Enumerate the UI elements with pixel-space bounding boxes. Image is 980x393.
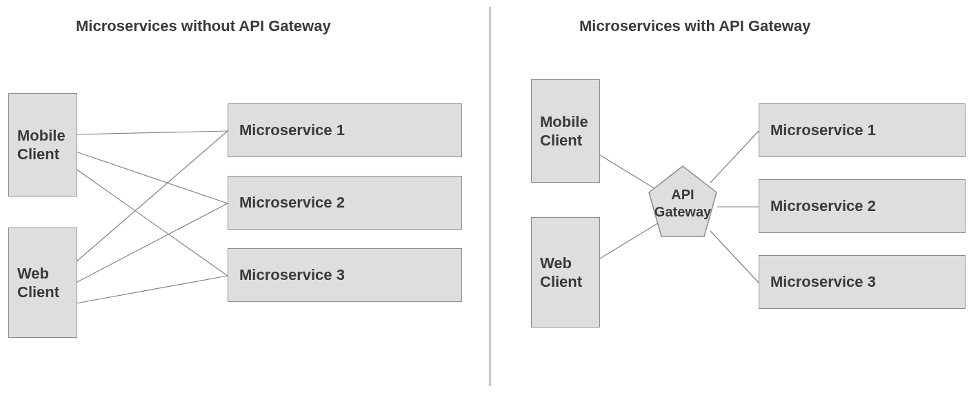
microservice-1-label-right: Microservice 1 bbox=[770, 121, 876, 139]
web-client-box-left: WebClient bbox=[8, 228, 77, 338]
right-title: Microservices with API Gateway bbox=[579, 17, 810, 35]
api-gateway-node: API Gateway bbox=[645, 162, 721, 245]
microservice-1-label-left: Microservice 1 bbox=[239, 121, 345, 139]
mobile-client-box-right: MobileClient bbox=[531, 79, 600, 183]
left-title: Microservices without API Gateway bbox=[76, 17, 331, 35]
mobile-client-label-right: MobileClient bbox=[540, 112, 588, 150]
diagram-stage: Microservices without API Gateway Mobile… bbox=[0, 0, 980, 393]
microservice-3-box-right: Microservice 3 bbox=[759, 255, 966, 309]
svg-line-3 bbox=[76, 169, 228, 276]
mobile-client-label-left: MobileClient bbox=[17, 126, 66, 164]
api-gateway-text-line1: API bbox=[654, 186, 711, 203]
web-client-label-right: WebClient bbox=[540, 254, 582, 292]
microservice-2-box-left: Microservice 2 bbox=[228, 176, 462, 230]
microservice-2-label-right: Microservice 2 bbox=[770, 197, 876, 215]
microservice-2-box-right: Microservice 2 bbox=[759, 179, 966, 233]
web-client-box-right: WebClient bbox=[531, 217, 600, 328]
microservice-3-label-left: Microservice 3 bbox=[239, 266, 345, 284]
svg-line-2 bbox=[76, 152, 228, 203]
web-client-label-left: WebClient bbox=[17, 264, 59, 302]
api-gateway-text-line2: Gateway bbox=[654, 203, 711, 221]
microservice-1-box-right: Microservice 1 bbox=[759, 103, 966, 157]
microservice-1-box-left: Microservice 1 bbox=[228, 103, 462, 157]
microservice-2-label-left: Microservice 2 bbox=[239, 194, 345, 212]
microservice-3-box-left: Microservice 3 bbox=[228, 248, 462, 302]
mobile-client-box-left: MobileClient bbox=[8, 93, 77, 196]
api-gateway-label: API Gateway bbox=[654, 186, 711, 221]
microservice-3-label-right: Microservice 3 bbox=[770, 273, 876, 291]
svg-line-5 bbox=[76, 203, 228, 283]
svg-line-4 bbox=[76, 131, 228, 262]
svg-line-1 bbox=[76, 131, 228, 134]
svg-line-6 bbox=[76, 276, 228, 303]
